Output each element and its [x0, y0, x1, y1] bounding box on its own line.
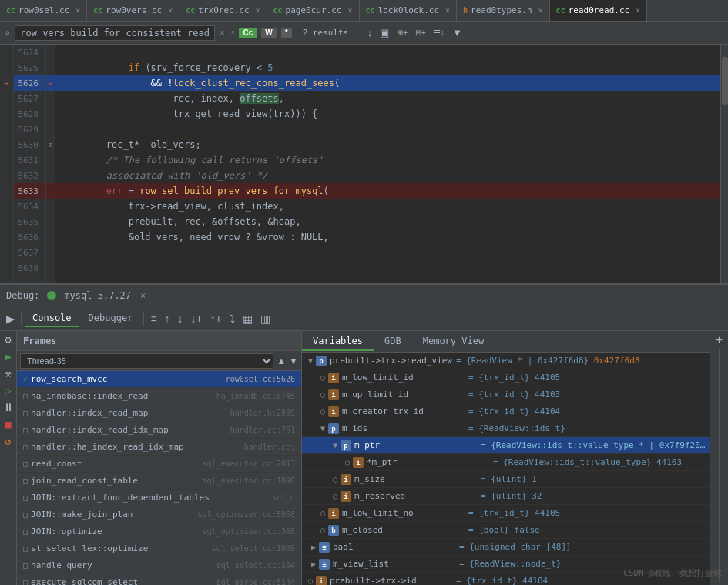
- tab-lock0lock[interactable]: cc lock0lock.cc ×: [360, 0, 458, 21]
- search-cc-button[interactable]: Cc: [239, 28, 257, 38]
- tab-debugger[interactable]: Debugger: [81, 310, 141, 327]
- var-row-star-m-ptr[interactable]: ○ i *m_ptr = {ReadView::ids_t::value_typ…: [302, 454, 710, 471]
- debug-stepinto-button[interactable]: ⤵: [226, 311, 238, 326]
- rg-5631: [46, 152, 55, 168]
- tab-close-read0types[interactable]: ×: [538, 6, 543, 15]
- search-star-button[interactable]: *: [281, 28, 292, 38]
- frame-item-ha_innobase[interactable]: □ ha_innobase::index_read ha_innodb.cc:8…: [17, 388, 301, 405]
- frame-name-9: JOIN::optimize: [31, 526, 200, 537]
- sidebar-icon-resume[interactable]: ▶: [5, 351, 11, 362]
- frame-item-row_search_mvcc[interactable]: ✓ row_search_mvcc row0sel.cc:5626: [17, 371, 301, 388]
- search-prev-button[interactable]: ↑: [353, 27, 361, 38]
- frames-panel: Frames Thread-35 ▲ ▼ ✓ row_search_mvcc r…: [17, 331, 302, 585]
- line-5638: 5638: [14, 260, 45, 276]
- var-expand-5[interactable]: ▼: [330, 441, 341, 450]
- var-row-m-closed[interactable]: ○ b m_closed = {bool} false: [302, 522, 710, 539]
- sidebar-icon-reload[interactable]: ↺: [5, 436, 11, 446]
- var-row-m-ptr[interactable]: ▼ p m_ptr = {ReadView::ids_t::value_type…: [302, 437, 710, 454]
- vars-tab-variables[interactable]: Variables: [302, 333, 374, 351]
- tab-console[interactable]: Console: [25, 310, 79, 327]
- gutter-icon-5636: [0, 229, 13, 245]
- frame-item-join-optimize[interactable]: □ JOIN::optimize sql_optimizer.cc:368: [17, 523, 301, 540]
- thread-select[interactable]: Thread-35: [20, 353, 273, 369]
- sidebar-icon-pause[interactable]: ⏸: [3, 402, 14, 413]
- var-row-m-reserved[interactable]: ○ i m_reserved = {ulint} 32: [302, 488, 710, 505]
- search-context-button[interactable]: ▣: [378, 27, 391, 38]
- var-row-prebuilt-trx-id[interactable]: ○ i prebuilt->trx->id = {trx_id_t} 44104: [302, 573, 710, 585]
- debug-settings-button[interactable]: ≡: [147, 311, 159, 326]
- var-row-pad1[interactable]: ▶ ≡ pad1 = {unsigned char [48]}: [302, 539, 710, 556]
- search-input[interactable]: [15, 25, 215, 41]
- debug-down-button[interactable]: ↓: [175, 311, 186, 326]
- frame-item-st-select-lex-optimize[interactable]: □ st_select_lex::optimize sql_select.cc:…: [17, 540, 301, 557]
- rg-5635: [46, 214, 55, 229]
- editor-scroll-thumb: [722, 57, 728, 105]
- tab-read0types[interactable]: h read0types.h ×: [457, 0, 550, 21]
- frame-item-handler-ha-index-read-idx-map[interactable]: □ handler::ha_index_read_idx_map handler…: [17, 439, 301, 456]
- tab-close-lock0lock[interactable]: ×: [445, 6, 450, 15]
- frame-item-handler-index-read-idx-map[interactable]: □ handler::index_read_idx_map handler.cc…: [17, 422, 301, 439]
- var-row-prebuilt-trx-read-view[interactable]: ▼ p prebuilt->trx->read_view = {ReadView…: [302, 353, 710, 369]
- var-row-m-size[interactable]: ○ i m_size = {ulint} 1: [302, 471, 710, 488]
- code-line-5632: associated with 'old_vers' */: [55, 168, 720, 183]
- frame-item-join-make-join-plan[interactable]: □ JOIN::make_join_plan sql_optimizer.cc:…: [17, 506, 301, 523]
- search-opt1-button[interactable]: ⊞+: [395, 28, 409, 37]
- sidebar-icon-play[interactable]: ▷: [5, 385, 11, 396]
- frame-item-handler-index-read-map[interactable]: □ handler::index_read_map handler.h:2809: [17, 405, 301, 422]
- var-row-m-ids[interactable]: ▼ p m_ids = {ReadView::ids_t}: [302, 420, 710, 437]
- frame-square-icon-6: □: [23, 476, 28, 485]
- debug-stepout-button[interactable]: ↑+: [207, 311, 225, 326]
- tab-close-row0vers[interactable]: ×: [168, 6, 173, 15]
- var-expand-0[interactable]: ▼: [305, 356, 316, 365]
- tab-row0sel[interactable]: cc row0sel.cc ×: [0, 0, 87, 21]
- frame-item-handle-query[interactable]: □ handle_query sql_select.cc:164: [17, 557, 301, 574]
- var-expand-4[interactable]: ▼: [317, 424, 328, 433]
- debug-mem-button[interactable]: ▦: [240, 311, 256, 326]
- debug-disasm-button[interactable]: ▥: [257, 311, 273, 326]
- tab-page0cur[interactable]: cc page0cur.cc ×: [267, 0, 360, 21]
- frames-up-button[interactable]: ▲: [277, 356, 286, 366]
- vars-tab-gdb[interactable]: GDB: [374, 333, 412, 351]
- frames-down-button[interactable]: ▼: [289, 356, 298, 366]
- var-row-m-view-list[interactable]: ▶ ≡ m_view_list = {ReadView::node_t}: [302, 556, 710, 573]
- debug-stepover-button[interactable]: ↓+: [188, 311, 206, 326]
- var-row-m-low-limit-no[interactable]: ○ i m_low_limit_no = {trx_id_t} 44105: [302, 505, 710, 522]
- debug-close-button[interactable]: ×: [140, 290, 146, 301]
- tab-trx0rec[interactable]: cc trx0rec.cc ×: [179, 0, 267, 21]
- frame-name-2: handler::index_read_map: [31, 408, 227, 418]
- variables-content: ▼ p prebuilt->trx->read_view = {ReadView…: [302, 353, 710, 585]
- debug-up-button[interactable]: ↑: [162, 311, 173, 326]
- var-row-m-creator-trx-id[interactable]: ○ i m_creator_trx_id = {trx_id_t} 44104: [302, 403, 710, 420]
- frame-item-join-read-const-table[interactable]: □ join_read_const_table sql_executor.cc:…: [17, 473, 301, 490]
- line-num-5627: 5627: [14, 94, 45, 104]
- var-expand-11[interactable]: ▶: [308, 543, 319, 551]
- search-filter-button[interactable]: ▼: [451, 27, 464, 38]
- search-w-button[interactable]: W: [261, 28, 276, 38]
- var-expand-12[interactable]: ▶: [308, 560, 319, 568]
- tab-close-read0read[interactable]: ×: [636, 6, 640, 15]
- tab-close-page0cur[interactable]: ×: [347, 6, 352, 15]
- vars-tab-memory-view[interactable]: Memory View: [412, 333, 495, 351]
- tab-row0vers[interactable]: cc row0vers.cc ×: [87, 0, 179, 21]
- var-row-m-up-limit-id[interactable]: ○ i m_up_limit_id = {trx_id_t} 44103: [302, 386, 710, 403]
- sidebar-icon-settings[interactable]: ⚙: [5, 334, 11, 345]
- gutter-icon-5635: [0, 214, 13, 229]
- frame-item-read-const[interactable]: □ read_const sql_executor.cc:2013: [17, 456, 301, 473]
- search-opt2-button[interactable]: ⊟+: [414, 28, 428, 37]
- editor-scrollbar[interactable]: [720, 45, 728, 283]
- debug-resume-button[interactable]: ▶: [3, 311, 18, 326]
- var-expand-10: ○: [317, 526, 328, 534]
- var-value-9: = {trx_id_t} 44105: [468, 508, 710, 518]
- frame-item-join-extract[interactable]: □ JOIN::extract_func_dependent_tables sq…: [17, 490, 301, 506]
- sidebar-icon-tools[interactable]: ⚒: [5, 368, 11, 379]
- frame-name-6: join_read_const_table: [31, 476, 200, 486]
- frame-item-execute-sqlcom-select[interactable]: □ execute_sqlcom_select sql_parse.cc:514…: [17, 574, 301, 585]
- tab-close-trx0rec[interactable]: ×: [256, 6, 260, 15]
- var-row-m-low-limit-id[interactable]: ○ i m_low_limit_id = {trx_id_t} 44105: [302, 369, 710, 386]
- tab-read0read[interactable]: cc read0read.cc ×: [550, 0, 648, 21]
- search-next-button[interactable]: ↓: [366, 27, 374, 38]
- tab-close-row0sel[interactable]: ×: [75, 6, 80, 15]
- add-watch-button[interactable]: +: [713, 334, 726, 346]
- sidebar-icon-stop[interactable]: ■: [5, 419, 11, 430]
- search-opt3-button[interactable]: ☰↕: [432, 28, 446, 37]
